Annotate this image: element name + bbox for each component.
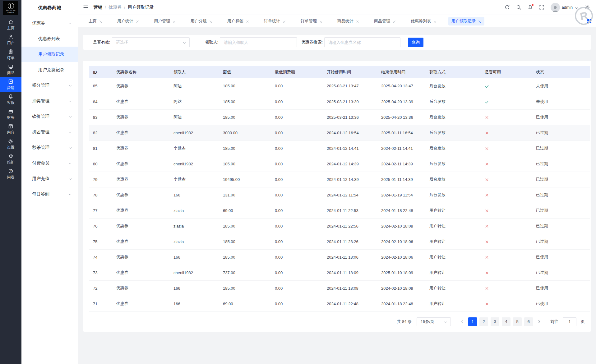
breadcrumb-item[interactable]: 优惠券 [109,5,122,10]
cross-icon [485,193,489,197]
rail-item-label: 营销 [7,85,15,90]
apps-grid-icon[interactable] [587,19,592,24]
table-row[interactable]: 78优惠券166131.000.002024-01-12 11:542024-0… [89,187,590,203]
goto-page-input[interactable] [563,317,576,326]
marketing-icon [8,79,13,84]
table-row[interactable]: 82优惠券chenli19823000.000.002024-01-12 16:… [89,125,590,141]
next-page-button[interactable] [535,317,543,326]
chevron-up-icon [68,21,72,25]
rail-item-content[interactable]: 内容 [0,122,21,137]
sidebar-group[interactable]: 付费会员 [21,155,78,171]
tab-item[interactable]: 订单统计 [261,17,289,25]
table-row[interactable]: 72优惠券166185.000.002024-01-11 18:082024-0… [89,280,590,296]
close-icon[interactable] [356,20,359,23]
close-icon[interactable] [99,20,102,23]
table-row[interactable]: 75优惠券ziazia185.000.002024-01-11 23:26202… [89,234,590,249]
bell-icon[interactable] [528,5,533,10]
page-button-5[interactable]: 5 [513,317,522,326]
table-row[interactable]: 80优惠券chenli1982185.000.002024-01-12 14:3… [89,156,590,172]
rail-item-settings[interactable]: 设置 [0,137,21,152]
rail-item-order[interactable]: 订单 [0,47,21,62]
sidebar-item-child[interactable]: 用户兑换记录 [21,62,78,78]
tab-item[interactable]: 优惠券列表 [408,17,440,25]
table-row[interactable]: 77优惠券ziazia69.000.002024-01-11 22:532024… [89,203,590,218]
close-icon[interactable] [433,20,437,23]
tab-item[interactable]: 订单管理 [298,17,326,25]
menu-fold-icon[interactable] [83,5,89,10]
gear-icon[interactable] [584,5,590,10]
cell-name: 优惠券 [113,203,170,218]
sidebar-item-active[interactable]: 用户领取记录 [21,47,78,62]
cell-receiver: 166 [170,296,219,311]
rail-item-goods[interactable]: 商品 [0,62,21,77]
page-button-1[interactable]: 1 [468,317,477,326]
tab-active[interactable]: 用户领取记录 [448,17,484,25]
table-row[interactable]: 79优惠券李世杰19495.000.002024-01-12 14:392025… [89,172,590,187]
table-row[interactable]: 74优惠券166185.000.002024-01-11 18:062024-0… [89,249,590,265]
close-icon[interactable] [246,20,249,23]
close-icon[interactable] [393,20,396,23]
close-icon[interactable] [173,20,176,23]
table-row[interactable]: 84优惠券阿达185.000.002025-03-21 13:392025-04… [89,94,590,109]
sidebar-group[interactable]: 抽奖管理 [21,93,78,109]
rail-item-survey[interactable]: ?问卷 [0,167,21,182]
prev-page-button[interactable] [458,317,466,326]
sidebar-item-child[interactable]: 优惠券列表 [21,31,78,47]
tab-bar: 主页用户统计用户管理用户分组用户标签订单统计订单管理商品统计商品管理优惠券列表用… [78,15,596,27]
page-button-6[interactable]: 6 [524,317,533,326]
rail-item-home[interactable]: 主页 [0,17,21,32]
user-menu[interactable]: admin [551,3,578,12]
fullscreen-icon[interactable] [539,5,544,10]
page-button-4[interactable]: 4 [502,317,511,326]
table-row[interactable]: 76优惠券ziazia185.000.002024-01-11 22:56202… [89,218,590,234]
avatar[interactable] [551,3,560,12]
close-icon[interactable] [283,20,286,23]
cell-method: 后台发放 [426,187,481,203]
tab-item[interactable]: 用户分组 [187,17,215,25]
rail-item-label: 设置 [7,145,15,150]
cross-icon [485,224,489,228]
sidebar-group[interactable]: 积分管理 [21,78,78,93]
tab-item[interactable]: 用户统计 [114,17,142,25]
sidebar-group[interactable]: 每日签到 [21,187,78,202]
tab-item[interactable]: 用户管理 [151,17,179,25]
tab-item[interactable]: 主页 [85,17,105,25]
table-row[interactable]: 81优惠券李世杰185.000.002024-01-12 14:412024-0… [89,141,590,156]
search-button[interactable]: 查询 [408,38,423,47]
rail-item-finance[interactable]: 财务 [0,107,21,122]
close-icon[interactable] [209,20,212,23]
table-row[interactable]: 83优惠券阿达185.000.002025-03-21 13:362025-04… [89,109,590,125]
sidebar-group[interactable]: 拼团管理 [21,124,78,140]
refresh-icon[interactable] [505,5,510,10]
cell-end: 2025-04-20 13:36 [377,109,426,125]
close-icon[interactable] [136,20,139,23]
cell-name: 优惠券 [113,187,170,203]
tab-item[interactable]: 商品管理 [371,17,399,25]
close-icon[interactable] [478,20,481,23]
close-icon[interactable] [319,20,322,23]
table-row[interactable]: 71优惠券16669.000.002024-01-11 22:482024-01… [89,296,590,311]
rail-item-marketing[interactable]: 营销 [0,77,21,92]
cell-available [481,94,532,109]
receiver-input[interactable] [220,37,297,47]
sidebar-group-coupon[interactable]: 优惠券 [21,16,78,31]
breadcrumb-item[interactable]: 营销 [94,5,102,10]
valid-select[interactable]: 请选择 [112,37,190,47]
cell-method: 后台发放 [426,125,481,141]
sidebar-group[interactable]: 用户充值 [21,171,78,187]
coupon-search-input[interactable] [324,37,400,47]
search-icon[interactable] [516,5,521,10]
table-row[interactable]: 85优惠券阿达185.000.002025-03-21 13:472025-04… [89,78,590,94]
sidebar-group[interactable]: 砍价管理 [21,109,78,124]
page-button-2[interactable]: 2 [479,317,488,326]
tab-item[interactable]: 商品统计 [334,17,362,25]
page-button-3[interactable]: 3 [491,317,499,326]
tab-item[interactable]: 用户标签 [224,17,252,25]
rail-item-user[interactable]: 用户 [0,32,21,47]
rail-item-service[interactable]: 客服 [0,92,21,107]
column-header: 是否可用 [481,66,532,78]
rail-item-maintenance[interactable]: 维护 [0,152,21,167]
sidebar-group[interactable]: 秒杀管理 [21,140,78,155]
table-row[interactable]: 73优惠券chenli1982737.000.002024-01-11 18:0… [89,265,590,280]
page-size-select[interactable]: 15条/页 [417,317,451,326]
